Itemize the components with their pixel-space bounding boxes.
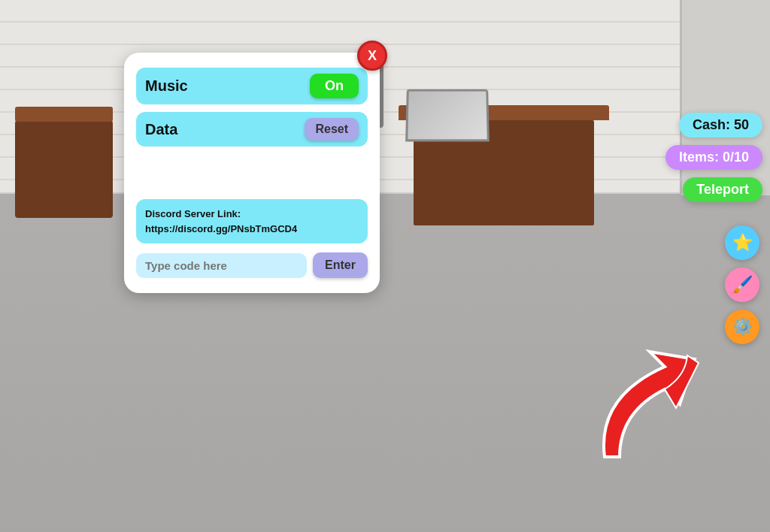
gear-icon: ⚙️	[732, 317, 753, 337]
laptop-screen	[405, 89, 490, 142]
paint-button[interactable]: 🖌️	[725, 268, 759, 302]
music-row: Music On	[136, 68, 368, 104]
hud: Cash: 50 Items: 0/10 Teleport	[665, 113, 762, 202]
cash-badge: Cash: 50	[679, 113, 762, 138]
arrow-container	[574, 322, 725, 472]
data-row: Data Reset	[136, 112, 368, 147]
discord-box: Discord Server Link: https://discord.gg/…	[136, 199, 368, 243]
music-label: Music	[145, 77, 188, 95]
paint-icon: 🖌️	[732, 275, 753, 295]
items-badge: Items: 0/10	[665, 145, 762, 170]
gear-button[interactable]: ⚙️	[725, 310, 759, 344]
data-label: Data	[145, 121, 177, 138]
data-reset-button[interactable]: Reset	[305, 118, 359, 141]
desk-left	[15, 120, 113, 218]
wall	[0, 0, 770, 195]
discord-link: https://discord.gg/PNsbTmGCD4	[145, 223, 297, 234]
star-button[interactable]: ⭐	[725, 225, 759, 260]
enter-button[interactable]: Enter	[313, 252, 368, 278]
discord-label: Discord Server Link:	[145, 208, 241, 219]
laptop	[406, 89, 496, 149]
settings-panel: X Music On Data Reset Discord Server Lin…	[124, 53, 380, 293]
teleport-button[interactable]: Teleport	[683, 177, 762, 202]
arrow-svg	[574, 322, 725, 472]
panel-spacer	[136, 154, 368, 199]
code-row: Enter	[136, 252, 368, 278]
star-icon: ⭐	[732, 233, 753, 252]
code-input[interactable]	[136, 253, 307, 278]
close-button[interactable]: X	[357, 41, 387, 71]
icon-buttons: ⭐ 🖌️ ⚙️	[725, 225, 759, 344]
music-on-button[interactable]: On	[310, 74, 359, 98]
